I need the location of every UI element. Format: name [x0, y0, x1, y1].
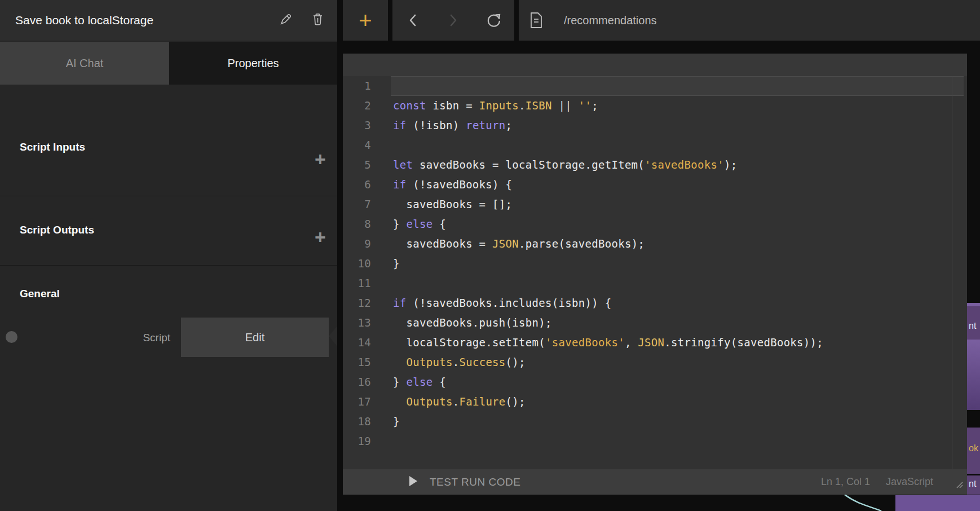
line-number: 5: [343, 155, 377, 175]
section-title-script-outputs: Script Outputs: [20, 224, 94, 236]
line-number: 2: [343, 96, 377, 116]
code-line[interactable]: 12if (!savedBooks.includes(isbn)) {: [343, 293, 967, 313]
panel-tabs: AI Chat Properties: [0, 42, 337, 85]
app-root: { "panel": { "title": "Save book to loca…: [0, 0, 980, 511]
code-line-content: [391, 76, 964, 96]
code-line[interactable]: 8} else {: [343, 214, 967, 234]
add-node-button[interactable]: +: [343, 0, 388, 41]
code-line-content: if (!isbn) return;: [391, 116, 964, 135]
code-line[interactable]: 10}: [343, 254, 967, 274]
code-line[interactable]: 18}: [343, 412, 967, 431]
code-line-content: let savedBooks = localStorage.getItem('s…: [391, 155, 964, 175]
code-line-content: [391, 274, 964, 293]
test-run-code-label: TEST RUN CODE: [430, 476, 520, 488]
pencil-icon: [279, 12, 293, 28]
code-editor-panel: 12const isbn = Inputs.ISBN || '';3if (!i…: [343, 54, 967, 495]
editor-statusbar: TEST RUN CODE Ln 1, Col 1 JavaScript: [343, 469, 967, 495]
properties-panel: Save book to localStorage AI Chat Proper…: [0, 0, 337, 511]
line-number: 15: [343, 353, 377, 372]
line-number: 6: [343, 175, 377, 195]
node-fragment-label: nt: [969, 479, 976, 489]
node-title: Save book to localStorage: [15, 14, 153, 27]
code-line[interactable]: 7 savedBooks = [];: [343, 195, 967, 214]
editor-column-ruler: [952, 76, 952, 469]
code-line[interactable]: 19: [343, 431, 967, 451]
node-fragment-label: ok: [969, 443, 978, 453]
preview-nav-group: [392, 0, 514, 41]
trash-icon: [311, 12, 324, 28]
line-number: 13: [343, 313, 377, 333]
play-icon: [409, 476, 417, 488]
test-run-code-button[interactable]: TEST RUN CODE: [409, 476, 520, 488]
node-fragment[interactable]: nt: [967, 303, 980, 343]
editor-top-padding: [343, 54, 967, 76]
line-number: 8: [343, 214, 377, 234]
resize-handle-icon[interactable]: [955, 480, 964, 491]
line-number: 14: [343, 333, 377, 353]
line-number: 11: [343, 274, 377, 293]
code-line[interactable]: 1: [343, 76, 967, 96]
code-line-content: localStorage.setItem('savedBooks', JSON.…: [391, 333, 964, 353]
code-line-content: Outputs.Success();: [391, 353, 964, 372]
code-line[interactable]: 6if (!savedBooks) {: [343, 175, 967, 195]
page-icon: [529, 12, 544, 29]
section-divider: [0, 265, 337, 266]
line-number: 1: [343, 76, 377, 96]
code-line-content: }: [391, 254, 964, 274]
code-line[interactable]: 14 localStorage.setItem('savedBooks', JS…: [343, 333, 967, 353]
edit-script-button[interactable]: Edit: [181, 318, 329, 357]
node-fragment[interactable]: ok: [967, 428, 980, 474]
code-line[interactable]: 13 savedBooks.push(isbn);: [343, 313, 967, 333]
code-line[interactable]: 16} else {: [343, 372, 967, 392]
script-property-label: Script: [130, 332, 170, 344]
code-line[interactable]: 3if (!isbn) return;: [343, 116, 967, 135]
code-line[interactable]: 17 Outputs.Failure();: [343, 392, 967, 412]
code-line-content: if (!savedBooks) {: [391, 175, 964, 195]
section-title-general: General: [20, 288, 60, 300]
add-script-output-button[interactable]: +: [311, 227, 330, 246]
refresh-button[interactable]: [484, 11, 504, 30]
tab-properties[interactable]: Properties: [169, 42, 337, 85]
code-line[interactable]: 4: [343, 135, 967, 155]
line-number: 7: [343, 195, 377, 214]
url-bar[interactable]: /recommendations: [519, 0, 980, 41]
code-line[interactable]: 2const isbn = Inputs.ISBN || '';: [343, 96, 967, 116]
line-number: 19: [343, 431, 377, 451]
line-number: 12: [343, 293, 377, 313]
add-script-input-button[interactable]: +: [311, 149, 330, 169]
code-line-content: savedBooks = JSON.parse(savedBooks);: [391, 234, 964, 254]
code-line-content: const isbn = Inputs.ISBN || '';: [391, 96, 964, 116]
line-number: 9: [343, 234, 377, 254]
script-port-dot[interactable]: [6, 331, 17, 343]
section-divider: [0, 196, 337, 196]
code-line[interactable]: 11: [343, 274, 967, 293]
code-line-content: savedBooks = [];: [391, 195, 964, 214]
connection-wire: [823, 495, 970, 511]
delete-button[interactable]: [308, 11, 327, 30]
language-indicator[interactable]: JavaScript: [886, 476, 933, 488]
code-line-content: }: [391, 412, 964, 431]
node-fragment[interactable]: nt: [967, 475, 980, 495]
node-fragment[interactable]: [967, 340, 980, 410]
line-number: 16: [343, 372, 377, 392]
line-number: 4: [343, 135, 377, 155]
code-area[interactable]: 12const isbn = Inputs.ISBN || '';3if (!i…: [343, 76, 967, 451]
line-number: 10: [343, 254, 377, 274]
code-line[interactable]: 15 Outputs.Success();: [343, 353, 967, 372]
node-header: Save book to localStorage: [0, 0, 337, 41]
line-number: 3: [343, 116, 377, 135]
edit-connector-notch: [329, 326, 337, 346]
code-line-content: savedBooks.push(isbn);: [391, 313, 964, 333]
node-fragment-label: nt: [969, 321, 976, 331]
back-button[interactable]: [403, 11, 422, 30]
tab-ai-chat[interactable]: AI Chat: [0, 42, 169, 85]
code-line-content: [391, 135, 964, 155]
code-line-content: [391, 431, 964, 451]
forward-button[interactable]: [444, 11, 463, 30]
rename-button[interactable]: [276, 11, 295, 30]
code-line[interactable]: 5let savedBooks = localStorage.getItem('…: [343, 155, 967, 175]
url-text: /recommendations: [564, 14, 657, 27]
section-title-script-inputs: Script Inputs: [20, 141, 85, 153]
code-line-content: } else {: [391, 372, 964, 392]
code-line[interactable]: 9 savedBooks = JSON.parse(savedBooks);: [343, 234, 967, 254]
